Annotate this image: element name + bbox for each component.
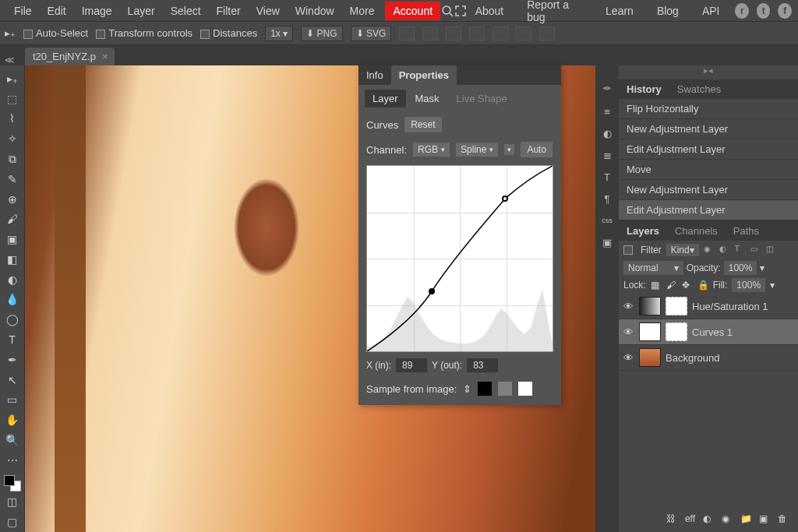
sample-eyedropper-icon[interactable]: ⇕ [463,383,471,395]
menu-layer[interactable]: Layer [120,2,163,20]
link-icon[interactable]: ⛓ [666,513,677,524]
align-right-icon[interactable] [446,26,461,41]
subtab-layer[interactable]: Layer [365,90,406,107]
image-icon[interactable]: ▣ [600,235,614,249]
distances-checkbox[interactable]: Distances [200,27,257,39]
close-tab-icon[interactable]: × [102,51,108,62]
move-tool[interactable]: ▸₊ [3,69,22,88]
menu-account[interactable]: Account [385,2,440,20]
menu-filter[interactable]: Filter [209,2,249,20]
quickmask-icon[interactable]: ◫ [3,492,22,511]
history-item[interactable]: New Adjustment Layer [619,119,798,139]
blend-mode-select[interactable]: Normal ▾ [623,261,683,275]
pen-tool[interactable]: ✒ [3,351,22,369]
lock-all-icon[interactable]: 🔒 [697,280,708,291]
distribute-v-icon[interactable] [516,26,531,41]
delete-icon[interactable]: 🗑 [778,513,789,524]
extra-tool[interactable]: ⋯ [3,451,22,470]
menu-more[interactable]: More [342,2,383,20]
search-icon[interactable] [440,4,454,18]
sample-gray[interactable] [498,382,512,396]
eraser-tool[interactable]: ◧ [3,250,22,269]
crop-tool[interactable]: ⧉ [3,150,22,168]
reset-button[interactable]: Reset [404,117,441,132]
facebook-icon[interactable]: f [778,3,792,19]
twitter-icon[interactable]: t [757,3,771,19]
layer-mask-thumbnail[interactable] [666,297,687,315]
fill-input[interactable]: 100% [732,278,765,292]
layer-mask-thumbnail[interactable] [666,322,687,341]
hand-tool[interactable]: ✋ [3,410,22,429]
reddit-icon[interactable]: r [735,3,749,19]
brush-tool[interactable]: 🖌 [3,210,22,228]
link-about[interactable]: About [468,2,512,20]
tab-scroll-icon[interactable]: ≪ [5,55,15,65]
fullscreen-icon[interactable] [454,4,467,18]
link-report-bug[interactable]: Report a bug [519,0,590,26]
align-center-icon[interactable] [422,26,438,41]
tab-info[interactable]: Info [358,65,391,85]
subtab-mask[interactable]: Mask [408,90,447,107]
align-top-icon[interactable] [469,26,485,41]
fill-dropdown-icon[interactable]: ▾ [770,280,775,291]
lock-transparency-icon[interactable]: ▦ [651,280,662,291]
link-blog[interactable]: Blog [649,2,687,20]
lasso-tool[interactable]: ⌇ [3,110,22,129]
more-align-icon[interactable] [539,26,555,41]
curve-point[interactable] [502,196,508,202]
auto-select-checkbox[interactable]: Auto-Select [23,27,88,39]
history-item[interactable]: Edit Adjustment Layer [619,200,798,220]
link-api[interactable]: API [694,2,728,20]
channel-select[interactable]: RGB [413,143,450,157]
zoom-tool[interactable]: 🔍 [3,431,22,449]
tab-history[interactable]: History [619,79,669,99]
paragraph-icon[interactable]: ¶ [600,192,614,206]
sample-white[interactable] [518,382,532,396]
history-item[interactable]: New Adjustment Layer [619,180,798,200]
curve-point[interactable] [429,288,435,294]
tab-channels[interactable]: Channels [667,221,726,241]
menu-select[interactable]: Select [163,2,209,20]
history-item[interactable]: Flip Horizontally [619,99,798,119]
link-learn[interactable]: Learn [598,2,641,20]
eyedropper-tool[interactable]: ✎ [3,170,22,188]
filter-smart-icon[interactable]: ◫ [766,245,777,255]
css-icon[interactable]: css [600,213,614,227]
distribute-h-icon[interactable] [493,26,508,41]
heal-tool[interactable]: ⊕ [3,190,22,209]
text-icon[interactable]: T [600,170,614,184]
menu-file[interactable]: File [6,2,40,20]
filter-type-icon[interactable]: T [735,245,746,255]
blur-tool[interactable]: 💧 [3,291,22,309]
tab-swatches[interactable]: Swatches [669,79,729,99]
document-tab[interactable]: t20_EnjNYZ.p × [25,48,115,65]
layer-row[interactable]: 👁 Hue/Saturation 1 [619,294,798,319]
shape-tool[interactable]: ▭ [3,391,22,410]
adjustments-icon[interactable]: ◐ [600,126,614,140]
path-tool[interactable]: ↖ [3,371,22,389]
character-icon[interactable]: ≣ [600,148,614,162]
transform-controls-checkbox[interactable]: Transform controls [96,27,192,39]
screenmode-icon[interactable]: ▢ [3,513,22,531]
type-tool[interactable]: T [3,330,22,349]
visibility-icon[interactable]: 👁 [623,301,634,312]
layer-row[interactable]: 👁 Background [619,345,798,371]
tab-properties[interactable]: Properties [391,65,457,85]
effects-label[interactable]: eff [685,513,695,524]
filter-kind-select[interactable]: Kind ▾ [666,244,699,256]
align-left-icon[interactable] [399,26,415,41]
layer-row[interactable]: 👁 Curves 1 [619,319,798,345]
gradient-tool[interactable]: ◐ [3,270,22,289]
new-layer-icon[interactable]: ▣ [759,513,770,524]
history-icon[interactable]: ≡ [600,104,614,118]
lock-image-icon[interactable]: 🖌 [666,280,677,291]
tab-layers[interactable]: Layers [619,221,667,241]
sample-black[interactable] [478,382,492,396]
visibility-icon[interactable]: 👁 [623,352,634,363]
y-value[interactable]: 83 [467,358,498,372]
x-value[interactable]: 89 [396,358,427,372]
collapse-icon[interactable]: ◂▸ [602,83,612,97]
opacity-dropdown-icon[interactable]: ▾ [760,262,764,273]
extra-select[interactable] [504,144,514,155]
wand-tool[interactable]: ✧ [3,129,22,148]
